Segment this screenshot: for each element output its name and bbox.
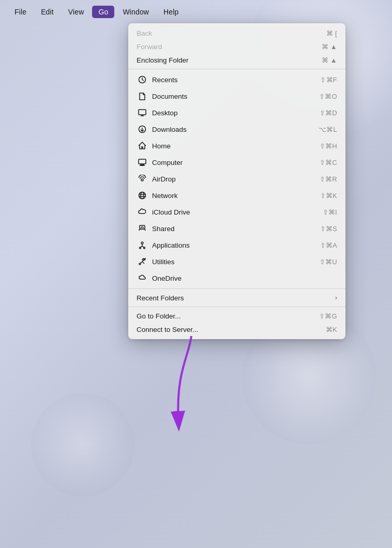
svg-point-18 [141, 242, 143, 244]
menu-item-onedrive[interactable]: OneDrive [128, 270, 345, 286]
menu-item-network[interactable]: Network ⇧⌘K [128, 187, 345, 204]
network-icon [137, 190, 148, 201]
menu-item-desktop[interactable]: Desktop ⇧⌘D [128, 104, 345, 121]
menu-item-recents[interactable]: Recents ⇧⌘F [128, 71, 345, 88]
menu-item-airdrop[interactable]: AirDrop ⇧⌘R [128, 171, 345, 187]
menu-item-go-to-folder[interactable]: Go to Folder... ⇧⌘G [128, 309, 345, 323]
separator-1 [128, 69, 345, 69]
submenu-arrow: › [335, 294, 337, 301]
separator-3 [128, 307, 345, 307]
menu-window[interactable]: Window [116, 6, 155, 18]
menu-item-documents[interactable]: Documents ⇧⌘O [128, 88, 345, 104]
menu-view[interactable]: View [62, 6, 91, 18]
menu-item-connect-to-server[interactable]: Connect to Server... ⌘K [128, 323, 345, 336]
separator-2 [128, 288, 345, 289]
menu-item-utilities[interactable]: Utilities ⇧⌘U [128, 253, 345, 270]
utilities-icon [137, 256, 148, 267]
computer-icon [137, 157, 148, 168]
menu-item-home[interactable]: Home ⇧⌘H [128, 138, 345, 154]
menu-item-back[interactable]: Back ⌘ [ [128, 26, 345, 40]
arrow-annotation [160, 331, 202, 436]
menu-item-enclosing-folder[interactable]: Enclosing Folder ⌘ ▲ [128, 53, 345, 67]
menu-help[interactable]: Help [157, 6, 185, 18]
shared-icon [137, 223, 148, 234]
downloads-icon [137, 124, 148, 135]
svg-point-25 [139, 263, 141, 265]
menu-item-computer[interactable]: Computer ⇧⌘C [128, 154, 345, 171]
menu-item-recent-folders[interactable]: Recent Folders › [128, 291, 345, 305]
go-dropdown-menu: Back ⌘ [ Forward ⌘ ▲ Enclosing Folder ⌘ … [128, 23, 345, 339]
svg-rect-6 [139, 159, 146, 164]
home-icon [137, 140, 148, 151]
menu-item-applications[interactable]: Applications ⇧⌘A [128, 237, 345, 253]
svg-point-23 [144, 247, 145, 249]
desktop-icon [137, 107, 148, 118]
menu-edit[interactable]: Edit [35, 6, 60, 18]
svg-point-9 [141, 179, 143, 181]
onedrive-icon [137, 272, 148, 284]
airdrop-icon [137, 173, 148, 185]
applications-icon [137, 239, 148, 251]
menu-go[interactable]: Go [92, 6, 114, 18]
menu-file[interactable]: File [8, 6, 33, 18]
menu-item-shared[interactable]: Shared ⇧⌘S [128, 220, 345, 237]
menu-item-icloud-drive[interactable]: iCloud Drive ⇧⌘I [128, 204, 345, 220]
icloud-icon [137, 206, 148, 218]
svg-point-10 [139, 192, 146, 199]
svg-point-22 [140, 247, 141, 249]
menu-item-downloads[interactable]: Downloads ⌥⌘L [128, 121, 345, 138]
documents-icon [137, 90, 148, 102]
recents-icon [137, 74, 148, 85]
menu-bar: File Edit View Go Window Help [0, 0, 392, 23]
menu-item-forward[interactable]: Forward ⌘ ▲ [128, 40, 345, 53]
bg-decoration-3 [31, 393, 134, 496]
svg-rect-1 [139, 110, 146, 115]
svg-point-11 [141, 192, 144, 199]
